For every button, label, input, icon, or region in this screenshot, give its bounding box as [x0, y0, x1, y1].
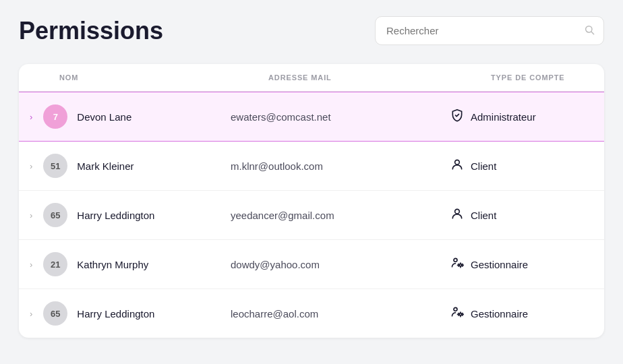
table-body: › 7 Devon Lane ewaters@comcast.net Admin… — [19, 92, 604, 338]
row-name-cell: › 21 Kathryn Murphy — [19, 252, 228, 276]
chevron-right-icon: › — [30, 210, 32, 220]
table-row[interactable]: › 65 Harry Leddington leocharre@aol.com … — [19, 289, 604, 338]
type-icon — [450, 305, 464, 322]
row-account-type: Client — [450, 158, 604, 175]
col-header-nom: NOM — [59, 73, 268, 82]
svg-point-3 — [455, 209, 460, 214]
person-name: Harry Leddington — [77, 308, 154, 320]
row-name-cell: › 51 Mark Kleiner — [19, 154, 228, 178]
table-row[interactable]: › 51 Mark Kleiner m.klnr@outlook.com Cli… — [19, 142, 604, 191]
row-name-cell: › 65 Harry Leddington — [19, 203, 228, 227]
search-input[interactable] — [375, 16, 604, 45]
person-name: Kathryn Murphy — [77, 259, 148, 270]
table-header: NOM ADRESSE MAIL TYPE DE COMPTE — [19, 64, 604, 92]
avatar: 21 — [43, 252, 67, 276]
svg-point-2 — [455, 160, 460, 164]
avatar: 65 — [43, 203, 67, 227]
permissions-table: NOM ADRESSE MAIL TYPE DE COMPTE › 7 Devo… — [19, 64, 604, 338]
chevron-right-icon: › — [30, 112, 32, 122]
row-account-type: Administrateur — [450, 109, 604, 125]
type-icon — [450, 109, 464, 125]
chevron-right-icon: › — [30, 260, 32, 270]
account-type-label: Gestionnaire — [471, 308, 528, 320]
col-header-type: TYPE DE COMPTE — [491, 73, 604, 82]
account-type-label: Client — [471, 160, 496, 172]
page-header: Permissions — [19, 16, 604, 45]
person-name: Harry Leddington — [77, 210, 154, 221]
row-name-cell: › 65 Harry Leddington — [19, 301, 228, 326]
page-title: Permissions — [19, 17, 163, 45]
person-name: Mark Kleiner — [77, 160, 134, 172]
row-account-type: Gestionnaire — [450, 305, 604, 322]
account-type-label: Client — [471, 210, 496, 221]
person-name: Devon Lane — [77, 111, 131, 123]
type-icon — [450, 256, 464, 273]
row-account-type: Client — [450, 207, 604, 224]
chevron-right-icon: › — [30, 161, 32, 171]
row-email: leocharre@aol.com — [228, 308, 450, 320]
chevron-right-icon: › — [30, 309, 32, 319]
svg-line-1 — [591, 32, 594, 34]
table-row[interactable]: › 7 Devon Lane ewaters@comcast.net Admin… — [19, 92, 604, 142]
table-row[interactable]: › 21 Kathryn Murphy dowdy@yahoo.com Gest… — [19, 240, 604, 289]
row-email: m.klnr@outlook.com — [228, 160, 450, 172]
row-email: dowdy@yahoo.com — [228, 259, 450, 270]
type-icon — [450, 158, 464, 175]
account-type-label: Administrateur — [471, 111, 536, 123]
col-header-email: ADRESSE MAIL — [268, 73, 491, 82]
avatar: 7 — [43, 104, 67, 129]
svg-point-6 — [454, 307, 457, 311]
svg-point-5 — [459, 264, 461, 266]
row-account-type: Gestionnaire — [450, 256, 604, 273]
avatar: 65 — [43, 301, 67, 326]
account-type-label: Gestionnaire — [471, 259, 528, 270]
row-name-cell: › 7 Devon Lane — [19, 104, 228, 129]
search-wrapper — [375, 16, 604, 45]
row-email: yeedancer@gmail.com — [228, 210, 450, 221]
svg-point-7 — [459, 313, 461, 315]
type-icon — [450, 207, 464, 224]
search-icon — [584, 24, 595, 38]
row-email: ewaters@comcast.net — [228, 111, 450, 123]
avatar: 51 — [43, 154, 67, 178]
svg-point-4 — [454, 258, 457, 262]
table-row[interactable]: › 65 Harry Leddington yeedancer@gmail.co… — [19, 191, 604, 240]
